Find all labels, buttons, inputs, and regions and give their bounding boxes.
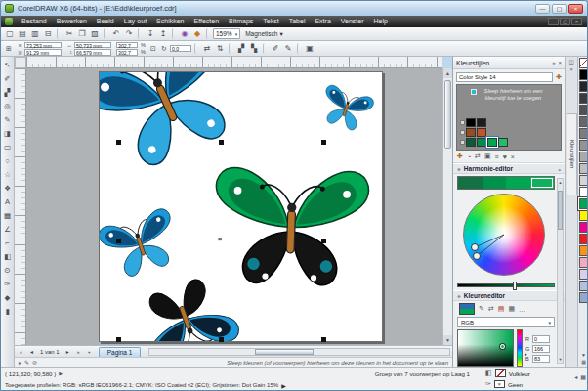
canvas-horizontal-scrollbar[interactable] <box>148 348 450 356</box>
palette-swatch[interactable] <box>579 128 588 139</box>
scrollbar-thumb[interactable] <box>444 80 451 149</box>
save-icon[interactable]: ▥ <box>29 28 41 39</box>
previous-page-button[interactable]: ◄ <box>27 349 36 355</box>
r-value-field[interactable]: 0 <box>532 335 550 343</box>
color-picker-area[interactable] <box>457 329 514 367</box>
vertical-ruler[interactable] <box>15 68 26 345</box>
harmony-selector-handle[interactable] <box>474 253 481 260</box>
menu-item[interactable]: Tabel <box>284 16 311 27</box>
harmony-wheel-selectors[interactable] <box>463 194 545 276</box>
color-style-swatch[interactable] <box>466 118 476 127</box>
add-page-button[interactable]: + <box>85 349 94 355</box>
selection-handle[interactable] <box>219 140 224 145</box>
palette-view-icon[interactable]: ▤ <box>498 305 505 313</box>
color-model-select[interactable]: RGB ▾ <box>457 317 555 327</box>
object-height-field[interactable]: 66,579 mm <box>74 49 111 56</box>
palette-swatch[interactable] <box>579 222 588 233</box>
menu-item[interactable]: Schikken <box>151 16 189 27</box>
ellipse-tool[interactable]: ○ <box>2 154 14 167</box>
color-style-swatch[interactable] <box>477 118 486 127</box>
docker-close-icon[interactable]: × <box>558 60 562 65</box>
freehand-tool[interactable]: ✎ <box>2 113 14 126</box>
application-launcher-icon[interactable]: ◉ <box>179 28 190 39</box>
hue-marker[interactable]: ◂ <box>524 351 526 357</box>
butterfly-blue-small-top[interactable] <box>316 84 375 134</box>
color-style-swatch[interactable] <box>466 138 476 147</box>
palette-swatch[interactable] <box>579 163 588 174</box>
harmony-selector-handle[interactable] <box>472 244 479 251</box>
copy-icon[interactable]: ❐ <box>76 28 88 39</box>
palette-expand-icon[interactable]: ▦ <box>581 359 586 365</box>
document-restore-button[interactable]: ▢ <box>560 18 570 25</box>
connector-tool[interactable]: ⌐ <box>2 237 14 249</box>
lock-ratio-icon[interactable]: ⊡ <box>148 45 158 53</box>
redo-icon[interactable]: ↷ <box>123 28 135 39</box>
palette-swatch[interactable] <box>579 269 588 280</box>
hue-slider[interactable]: ◂ <box>517 329 523 367</box>
eyedropper-icon[interactable]: ✎ <box>479 305 484 313</box>
open-icon[interactable]: ▤ <box>17 28 28 39</box>
selection-center-marker[interactable]: × <box>218 236 222 242</box>
selection-handle[interactable] <box>116 239 121 243</box>
status-flyout-icon[interactable]: ▶ <box>59 370 63 376</box>
to-back-icon[interactable]: ▚ <box>248 43 260 54</box>
smart-fill-tool[interactable]: ◨ <box>2 127 14 140</box>
menu-item[interactable]: Venster <box>336 16 369 27</box>
palette-swatch[interactable] <box>579 257 588 268</box>
harmony-strip-segment[interactable] <box>506 177 530 189</box>
scroll-up-icon[interactable]: ▲ <box>443 68 452 78</box>
harmony-strip-segment[interactable] <box>530 177 555 189</box>
palette-swatch[interactable] <box>579 105 588 115</box>
palette-eyedropper-icon[interactable]: ✎ <box>24 359 29 366</box>
to-front-icon[interactable]: ▞ <box>235 43 247 54</box>
palette-swatch[interactable] <box>579 152 588 162</box>
fill-color-swatch[interactable] <box>495 369 506 377</box>
palette-swatch[interactable] <box>579 116 588 127</box>
drawing-canvas[interactable]: × <box>26 68 442 345</box>
document-page[interactable] <box>99 71 383 342</box>
palette-swatch[interactable] <box>579 58 588 68</box>
import-icon[interactable]: ↧ <box>145 28 156 39</box>
color-style-swatch[interactable] <box>487 138 497 147</box>
rotation-angle-field[interactable]: 0,0 <box>170 45 191 52</box>
menu-item[interactable]: Tekst <box>258 16 283 27</box>
convert-harmony-icon[interactable]: ⇄ <box>475 152 481 160</box>
menu-item[interactable]: Help <box>369 16 393 27</box>
scroll-up-icon[interactable]: ▲ <box>558 180 563 185</box>
status-flyout-icon[interactable]: ▶ <box>281 382 286 389</box>
object-x-field[interactable]: 73,253 mm <box>24 42 62 49</box>
selection-handle[interactable] <box>321 140 326 145</box>
outline-pen-tool[interactable]: ✑ <box>2 278 14 290</box>
docker-collapse-icon[interactable]: » <box>552 60 555 65</box>
picker-selector[interactable] <box>500 344 505 349</box>
object-width-field[interactable]: 50,733 mm <box>74 42 111 49</box>
palette-swatch[interactable] <box>579 198 588 209</box>
color-style-name-field[interactable]: Color Style 14 <box>456 72 553 82</box>
butterfly-artwork[interactable] <box>100 72 383 342</box>
menu-item[interactable]: Extra <box>310 16 335 27</box>
selection-handle[interactable] <box>321 239 326 243</box>
rectangle-tool[interactable]: ▭ <box>2 141 14 153</box>
scrollbar-thumb[interactable] <box>255 349 314 355</box>
selection-handle[interactable] <box>219 337 224 342</box>
new-style-icon[interactable]: ✚ <box>556 73 562 81</box>
palette-swatch[interactable] <box>579 245 588 256</box>
selection-handle[interactable] <box>321 337 326 342</box>
first-page-button[interactable]: « <box>17 349 25 355</box>
brightness-slider[interactable] <box>457 283 555 287</box>
scale-h-field[interactable]: 302,7 <box>116 42 138 49</box>
zoom-level-combo[interactable]: 159% ▾ <box>213 28 240 39</box>
scale-v-field[interactable]: 302,7 <box>116 49 138 56</box>
text-tool[interactable]: A <box>2 196 14 208</box>
dimension-tool[interactable]: ∠ <box>2 223 14 236</box>
butterfly-blue-small-left[interactable] <box>100 206 184 282</box>
palette-options-icon[interactable]: ▦ <box>580 373 586 380</box>
selection-handle[interactable] <box>116 140 121 145</box>
palette-swatch[interactable] <box>579 69 588 80</box>
palette-grid-icon[interactable]: ▦ <box>508 305 515 313</box>
color-eyedropper-tool[interactable]: ⊙ <box>2 264 14 277</box>
butterfly-blue-large[interactable] <box>100 72 255 181</box>
slider-knob[interactable] <box>513 282 517 290</box>
basic-shapes-tool[interactable]: ❖ <box>2 182 14 195</box>
scroll-down-icon[interactable]: ▼ <box>558 357 563 362</box>
